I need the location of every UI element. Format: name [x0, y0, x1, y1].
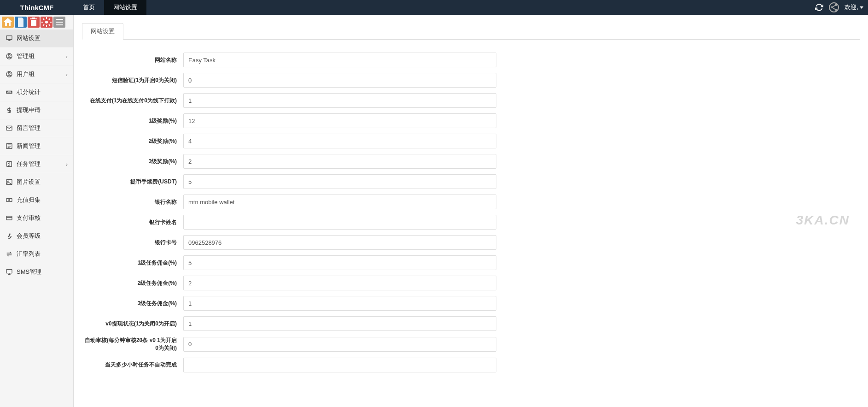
form-label: 1级奖励(%): [82, 117, 183, 125]
form-input-10[interactable]: [183, 255, 496, 270]
svg-text:VISA: VISA: [7, 91, 11, 93]
sidebar-item-label: SMS管理: [17, 268, 68, 276]
form-input-2[interactable]: [183, 93, 496, 108]
form-label: 短信验证(1为开启0为关闭): [82, 77, 183, 84]
sidebar-item-10[interactable]: 支付审核: [0, 209, 73, 227]
svg-point-0: [835, 4, 837, 6]
form-label: 3级奖励(%): [82, 158, 183, 165]
tab-bar: 网站设置: [82, 23, 860, 40]
form-label: 自动审核(每分钟审核20条 v0 1为开启 0为关闭): [82, 336, 183, 352]
chevron-right-icon: ›: [66, 53, 68, 60]
form-row-3: 1级奖励(%): [82, 113, 860, 128]
form-row-0: 网站名称: [82, 53, 860, 67]
sidebar-item-8[interactable]: 图片设置: [0, 173, 73, 191]
form-input-1[interactable]: [183, 73, 496, 88]
sidebar-item-label: 积分统计: [17, 88, 68, 96]
sidebar-item-label: 网站设置: [17, 34, 68, 42]
svg-point-1: [831, 7, 833, 8]
toolbar-settings-button[interactable]: [41, 17, 52, 28]
sidebar-item-label: 留言管理: [17, 124, 68, 132]
exchange-icon: [6, 250, 13, 258]
sidebar-item-11[interactable]: 会员等级: [0, 227, 73, 245]
tasks-icon: [6, 160, 13, 168]
form-row-5: 3级奖励(%): [82, 154, 860, 169]
svg-point-28: [9, 200, 10, 201]
sidebar-item-1[interactable]: 管理组›: [0, 47, 73, 65]
sidebar-item-label: 管理组: [17, 52, 62, 60]
sidebar-item-9[interactable]: 充值归集: [0, 191, 73, 209]
form-row-1: 短信验证(1为开启0为关闭): [82, 73, 860, 88]
toolbar-delete-button[interactable]: [28, 17, 40, 28]
form-row-4: 2级奖励(%): [82, 134, 860, 148]
envelope-icon: [6, 124, 13, 132]
form-row-10: 1级任务佣金(%): [82, 255, 860, 270]
form-row-12: 3级任务佣金(%): [82, 296, 860, 311]
form-input-13[interactable]: [183, 316, 496, 331]
sidebar-menu: 网站设置管理组›用户组›VISA积分统计提现申请留言管理新闻管理任务管理›图片设…: [0, 29, 73, 281]
welcome-dropdown[interactable]: 欢迎,: [845, 3, 863, 12]
svg-point-15: [8, 72, 10, 74]
sidebar-item-label: 充值归集: [17, 196, 68, 204]
svg-rect-8: [56, 24, 63, 25]
sidebar-item-label: 新闻管理: [17, 142, 68, 150]
svg-point-13: [8, 54, 10, 56]
svg-point-2: [835, 9, 837, 11]
sidebar-item-6[interactable]: 新闻管理: [0, 137, 73, 155]
svg-rect-24: [7, 162, 12, 167]
sidebar-item-12[interactable]: 汇率列表: [0, 245, 73, 263]
form-input-15[interactable]: [183, 358, 496, 372]
svg-line-3: [833, 6, 835, 7]
form-input-11[interactable]: [183, 276, 496, 290]
settings-form: 网站名称短信验证(1为开启0为关闭)在线支付(1为在线支付0为线下打款)1级奖励…: [82, 53, 860, 372]
svg-rect-31: [6, 270, 12, 273]
topbar-nav: 首页 网站设置: [74, 0, 146, 15]
form-label: v0提现状态(1为关闭0为开启): [82, 320, 183, 328]
form-label: 在线支付(1为在线支付0为线下打款): [82, 97, 183, 105]
form-input-0[interactable]: [183, 53, 496, 67]
sidebar-item-4[interactable]: 提现申请: [0, 101, 73, 119]
form-label: 2级任务佣金(%): [82, 279, 183, 287]
form-input-3[interactable]: [183, 113, 496, 128]
money-icon: [6, 196, 13, 204]
nav-home[interactable]: 首页: [74, 0, 104, 15]
tab-site-settings[interactable]: 网站设置: [82, 23, 123, 40]
nav-site-settings[interactable]: 网站设置: [104, 0, 146, 15]
sidebar-item-13[interactable]: SMS管理: [0, 263, 73, 281]
vine-icon: [6, 232, 13, 240]
form-label: 当天多少小时任务不自动完成: [82, 361, 183, 369]
svg-point-5: [45, 21, 48, 24]
form-input-12[interactable]: [183, 296, 496, 311]
form-row-8: 银行卡姓名: [82, 215, 860, 230]
toolbar-home-button[interactable]: [2, 17, 14, 28]
form-input-5[interactable]: [183, 154, 496, 169]
sidebar-item-label: 会员等级: [17, 232, 68, 240]
welcome-label: 欢迎,: [845, 3, 858, 12]
sidebar: 网站设置管理组›用户组›VISA积分统计提现申请留言管理新闻管理任务管理›图片设…: [0, 15, 74, 407]
image-icon: [6, 178, 13, 186]
caret-down-icon: [860, 6, 863, 9]
toolbar-file-button[interactable]: [15, 17, 27, 28]
svg-rect-27: [6, 199, 12, 202]
sidebar-item-2[interactable]: 用户组›: [0, 65, 73, 83]
sidebar-item-7[interactable]: 任务管理›: [0, 155, 73, 173]
form-row-6: 提币手续费(USDT): [82, 174, 860, 189]
sidebar-item-3[interactable]: VISA积分统计: [0, 83, 73, 101]
sidebar-item-label: 任务管理: [17, 160, 62, 168]
form-input-8[interactable]: [183, 215, 496, 230]
form-row-2: 在线支付(1为在线支付0为线下打款): [82, 93, 860, 108]
form-row-15: 当天多少小时任务不自动完成: [82, 358, 860, 372]
sidebar-item-5[interactable]: 留言管理: [0, 119, 73, 137]
form-row-7: 银行名称: [82, 195, 860, 209]
form-input-9[interactable]: [183, 235, 496, 250]
refresh-icon[interactable]: [815, 3, 823, 12]
form-input-14[interactable]: [183, 337, 496, 352]
monitor-icon: [6, 35, 13, 42]
chevron-right-icon: ›: [66, 71, 68, 78]
form-input-4[interactable]: [183, 134, 496, 148]
sidebar-item-0[interactable]: 网站设置: [0, 29, 73, 47]
form-input-7[interactable]: [183, 195, 496, 209]
sidebar-item-label: 提现申请: [17, 106, 68, 114]
share-icon[interactable]: [829, 2, 839, 12]
toolbar-list-button[interactable]: [53, 17, 65, 28]
form-input-6[interactable]: [183, 174, 496, 189]
